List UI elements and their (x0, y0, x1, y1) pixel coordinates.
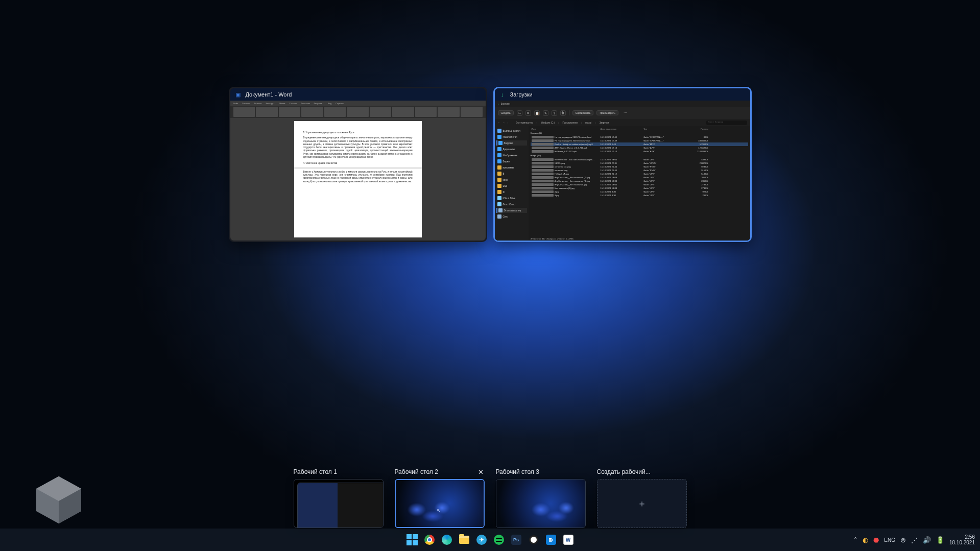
explorer-search[interactable]: Поиск: Загрузки (706, 121, 747, 125)
sidebar-item[interactable]: Этот компьютер (496, 208, 527, 213)
table-row[interactable]: 3.jpg15.10.2021 8:30Файл "JPG"29 КБ (531, 194, 748, 197)
taskbar-center: ✈ Ps ⋑ W (405, 533, 575, 546)
explorer-columns: Имя Дата изменения Тип Размер (531, 127, 748, 131)
preview-explorer-title: Загрузки (510, 91, 533, 98)
table-row[interactable]: Не подтверждено 34450.crdownload16.10.20… (531, 139, 748, 142)
sidebar-item[interactable]: Изображения (496, 153, 527, 158)
sidebar-item[interactable]: Документы (496, 147, 527, 152)
sidebar-item[interactable]: Фото iCloud (496, 202, 527, 207)
word-ribbon: Файл Главная Вставка Констру… Макет Ссыл… (230, 101, 486, 118)
table-row[interactable]: AnyConv.com__Без названия.jpg15.10.2021 … (531, 183, 748, 186)
volume-icon[interactable]: 🔊 (923, 536, 931, 544)
sidebar-item[interactable]: iCloud Drive (496, 196, 527, 201)
word-page: 3. Улучшение международного положения Ру… (294, 121, 422, 237)
sidebar-item[interactable]: Загрузки (496, 140, 527, 146)
table-row[interactable]: Screenshoter - YouTube-Windows11pre…15.1… (531, 158, 748, 161)
battery-icon[interactable]: 🔋 (936, 536, 944, 544)
table-row[interactable]: Без названия (1).jpg15.10.2021 18:03Файл… (531, 186, 748, 190)
explorer-group-heading[interactable]: Вчера (16) (531, 154, 748, 157)
sidebar-item[interactable]: Сеть (496, 214, 527, 219)
table-row[interactable]: Konfuz - Кайф ты поймала (remix).mp316.1… (531, 142, 748, 146)
edge-icon[interactable] (440, 533, 453, 546)
table-row[interactable]: unnamed.png15.10.2021 21:44Файл "PNG"915… (531, 169, 748, 172)
word-paragraph: Вместе с Христовым учением о любви и мил… (303, 171, 413, 183)
copy-icon[interactable]: ⧉ (525, 110, 531, 116)
back-icon[interactable]: ← (498, 122, 500, 124)
new-desktop[interactable]: Создать рабочий... ＋ (597, 468, 687, 528)
sidebar-item[interactable]: конспекты (496, 165, 527, 170)
table-row[interactable]: 4.jpg15.10.2021 8:30Файл "JPG"92 КБ (531, 190, 748, 194)
up-icon[interactable]: ↑ (508, 122, 509, 124)
share-icon[interactable]: ⇪ (552, 110, 557, 116)
table-row[interactable]: AnyConv.com__Без названия (2).jpg15.10.2… (531, 176, 748, 179)
table-row[interactable]: unnamed (1).png15.10.2021 21:44Файл "PNG… (531, 165, 748, 169)
desktop-2-thumbnail[interactable]: ↖ (395, 479, 485, 528)
more-icon[interactable]: ⋯ (624, 111, 627, 115)
telegram-icon[interactable]: ✈ (475, 533, 488, 546)
sidebar-item[interactable]: ЕКД (496, 183, 527, 188)
plus-icon: ＋ (637, 497, 647, 510)
sidebar-item[interactable]: Быстрый доступ (496, 128, 527, 133)
table-row[interactable]: 11033.jpeg15.10.2021 22:31Файл "JPEG"2 0… (531, 161, 748, 165)
photoshop-icon[interactable]: Ps (510, 533, 523, 546)
table-row[interactable]: ATV_Xiaomi_Home_2.3.9.716.apk16.10.2021 … (531, 146, 748, 150)
task-view-previews: ▣ Документ1 - Word Файл Главная Вставка … (0, 87, 980, 242)
desktop-3-thumbnail[interactable] (496, 479, 586, 528)
app-icon[interactable]: ⋑ (544, 533, 558, 546)
preview-explorer[interactable]: ↓ Загрузки ↓Загрузки Создать ✂ ⧉ 📋 ✎ ⇪ 🗑… (493, 87, 752, 242)
desktop-1-thumbnail[interactable]: · · · · ·· · · · · · ·· · · · · · · ·· ·… (294, 479, 384, 528)
tray-icon[interactable]: ◐ (863, 536, 868, 544)
table-row[interactable]: HiGjMd_pA.jpg15.10.2021 21:12Файл "JPG"5… (531, 172, 748, 176)
taskbar: ✈ Ps ⋑ W ˄ ◐ ⬣ ENG ⊚ ⋰ 🔊 🔋 2:56 18.10.20… (0, 529, 980, 551)
tray-icon[interactable]: ⬣ (873, 536, 879, 544)
word-paragraph: В средневековье международное общение иг… (303, 136, 413, 159)
table-row[interactable]: AnyConv.com__Без названия (3).jpg15.10.2… (531, 179, 748, 183)
paste-icon[interactable]: 📋 (534, 110, 540, 116)
rename-icon[interactable]: ✎ (543, 110, 548, 116)
wifi-icon[interactable]: ⋰ (911, 536, 918, 544)
view-button[interactable]: Просмотреть (596, 110, 618, 115)
forward-icon[interactable]: → (503, 122, 505, 124)
sort-button[interactable]: Сортировать (572, 110, 594, 115)
chrome-icon[interactable] (423, 533, 436, 546)
sidebar-item[interactable]: B (496, 171, 527, 176)
sidebar-item[interactable]: Рабочий стол (496, 134, 527, 139)
desktop-3[interactable]: Рабочий стол 3 (496, 468, 586, 528)
network-icon[interactable]: ⊚ (900, 536, 906, 544)
system-tray: ˄ ◐ ⬣ ENG ⊚ ⋰ 🔊 🔋 2:56 18.10.2021 (854, 529, 975, 551)
explorer-status-bar: Элементов: 417 | Выбран 1 элемент: 5,14 … (531, 237, 573, 240)
desktop-2[interactable]: Рабочий стол 2 ✕ ↖ (395, 468, 485, 528)
word-app-icon: ▣ (234, 91, 242, 98)
spotify-icon[interactable] (492, 533, 506, 546)
sidebar-item[interactable]: Ф (496, 189, 527, 195)
explorer-new-button[interactable]: Создать (498, 110, 514, 115)
table-row[interactable]: Mi-Home_6.12.501.apk16.10.2021 12:10Файл… (531, 150, 748, 153)
app-icon[interactable] (527, 533, 540, 546)
word-ribbon-tabs: Файл Главная Вставка Констру… Макет Ссыл… (230, 101, 486, 106)
word-heading: 4. Смягчение нравов язычества (303, 162, 413, 165)
word-taskbar-icon[interactable]: W (562, 533, 575, 546)
explorer-address-bar[interactable]: ← → ↑ Этот компьютер Windows (C:) Пользо… (495, 119, 750, 126)
table-row[interactable]: Не подтверждено 282578.crdownload16.10.2… (531, 135, 748, 139)
desktop-1[interactable]: Рабочий стол 1 · · · · ·· · · · · · ·· ·… (294, 468, 384, 528)
sidebar-item[interactable]: Видео (496, 159, 527, 164)
new-desktop-thumbnail[interactable]: ＋ (597, 479, 687, 528)
cut-icon[interactable]: ✂ (517, 110, 522, 116)
clock[interactable]: 2:56 18.10.2021 (949, 534, 975, 546)
cursor-icon: ↖ (437, 508, 441, 513)
explorer-group-heading[interactable]: Сегодня (5) (531, 132, 748, 134)
explorer-toolbar: Создать ✂ ⧉ 📋 ✎ ⇪ 🗑 Сортировать Просмотр… (495, 107, 750, 119)
start-button[interactable] (405, 533, 419, 546)
virtual-desktops-bar: Рабочий стол 1 · · · · ·· · · · · · ·· ·… (0, 457, 980, 528)
sidebar-item[interactable]: stroll (496, 177, 527, 182)
explorer-sidebar: Быстрый доступРабочий столЗагрузкиДокуме… (495, 126, 529, 242)
preview-word-title: Документ1 - Word (246, 91, 292, 98)
close-icon[interactable]: ✕ (477, 468, 485, 475)
language-indicator[interactable]: ENG (884, 537, 895, 543)
file-explorer-icon[interactable] (458, 533, 471, 546)
preview-word[interactable]: ▣ Документ1 - Word Файл Главная Вставка … (229, 87, 487, 242)
preview-explorer-header: ↓ Загрузки (495, 88, 750, 101)
chevron-up-icon[interactable]: ˄ (854, 536, 857, 544)
desktop-wallpaper-icon (20, 472, 97, 528)
delete-icon[interactable]: 🗑 (560, 110, 566, 116)
